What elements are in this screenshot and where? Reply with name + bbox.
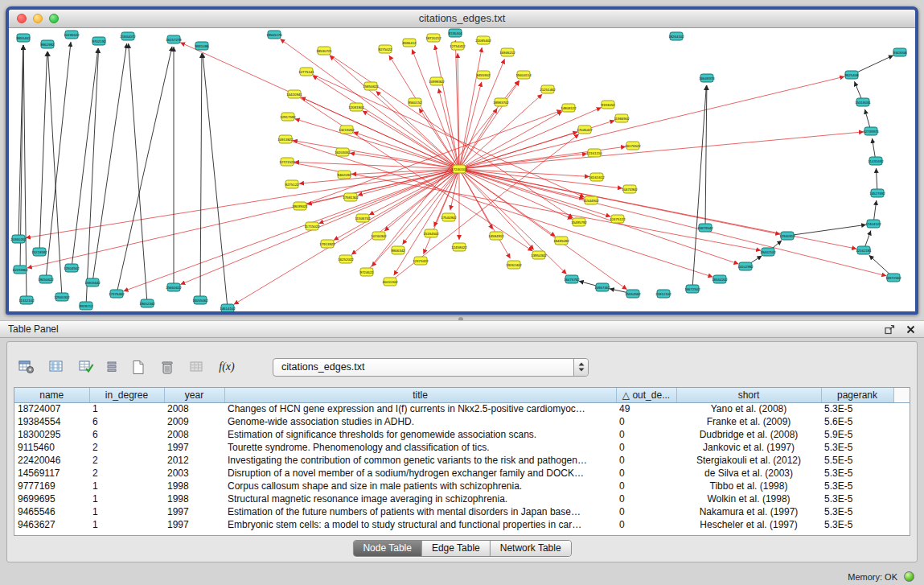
graph-node-label: 20360262	[10, 237, 27, 241]
graph-edge	[459, 154, 587, 169]
tab-edge-table[interactable]: Edge Table	[422, 541, 491, 556]
column-header-in-degree[interactable]: in_degree	[89, 388, 164, 402]
table-row[interactable]: 969969511998Structural magnetic resonanc…	[14, 492, 910, 505]
import-table-icon[interactable]	[186, 356, 208, 378]
graph-node-label: 9855462	[16, 36, 31, 40]
table-options-icon[interactable]	[15, 356, 38, 378]
combo-stepper-icon[interactable]	[573, 359, 588, 376]
graph-node-label: 11506742	[355, 216, 371, 220]
graph-node-label: 14420941	[286, 93, 302, 97]
graph-edge	[117, 47, 172, 294]
graph-node-label: 19050622	[38, 278, 54, 282]
graph-node-label: 19404114	[515, 73, 532, 77]
function-builder-icon[interactable]: f(x)	[216, 356, 238, 378]
graph-node-label: 9275022	[378, 47, 392, 51]
table-cell: Jankovic et al. (1997)	[676, 441, 821, 454]
graph-edge	[459, 82, 482, 169]
column-header-year[interactable]: year	[164, 388, 224, 402]
table-cell: Tibbo et al. (1998)	[676, 480, 821, 492]
column-header-short[interactable]: short	[676, 388, 821, 402]
column-header-out-degree[interactable]: △ out_de...	[616, 388, 676, 402]
column-header-title[interactable]: title	[224, 388, 616, 402]
tab-network-table[interactable]: Network Table	[491, 541, 571, 556]
graph-node-label: 18264102	[668, 35, 684, 39]
graph-node-label: 10474902	[622, 187, 638, 192]
table-row[interactable]: 911546021997Tourette syndrome. Phenomeno…	[14, 441, 910, 454]
new-table-icon[interactable]	[126, 356, 149, 378]
graph-node-label: 9560152	[408, 101, 422, 105]
table-row[interactable]: 1456911722003Disruption of a novel membe…	[14, 467, 910, 480]
graph-node-label: 11431692	[868, 159, 884, 163]
table-panel-header: Table Panel	[0, 320, 924, 338]
table-row[interactable]: 946362711997Embryonic stem cells: a mode…	[14, 518, 910, 531]
table-cell: 1998	[164, 492, 224, 505]
edit-table-icon[interactable]	[75, 356, 97, 378]
graph-edge	[72, 48, 98, 268]
table-row[interactable]: 1938455462009Genome-wide association stu…	[14, 415, 910, 428]
table-cell-filler	[893, 492, 910, 505]
table-cell: 0	[616, 441, 676, 454]
table-cell-filler	[893, 467, 910, 480]
delete-table-icon[interactable]	[156, 356, 179, 378]
graph-edge	[459, 76, 844, 169]
column-header-pagerank[interactable]: pagerank	[821, 388, 893, 402]
table-cell: 22420046	[14, 454, 89, 467]
graph-svg: 9855462986298210196522970219221844072161…	[9, 28, 915, 311]
table-row[interactable]: 977716911998Corpus callosum shape and si…	[14, 480, 910, 492]
graph-node-label: 16648374	[699, 76, 715, 80]
table-row[interactable]: 946554611997Estimation of the future num…	[14, 505, 910, 518]
table-cell-filler	[893, 454, 910, 467]
table-selector-combo[interactable]: citations_edges.txt	[273, 358, 589, 377]
graph-edge	[86, 48, 99, 306]
graph-node-label: 18485092	[553, 239, 569, 243]
graph-node-label: 16476762	[564, 278, 580, 282]
show-columns-icon[interactable]	[45, 356, 68, 378]
table-cell-filler	[893, 518, 910, 531]
table-panel-body: f(x) citations_edges.txt name in_degree …	[6, 341, 918, 562]
network-canvas[interactable]: 9855462986298210196522970219221844072161…	[9, 28, 915, 311]
table-cell: 2	[89, 467, 164, 480]
graph-node-label: 21812102	[655, 292, 671, 296]
table-row[interactable]: 2242004622012Investigating the contribut…	[14, 454, 910, 467]
graph-node-label: 8596412	[402, 41, 417, 45]
graph-node-label: 9724622	[359, 270, 374, 274]
graph-node-label: 10967462	[594, 286, 610, 290]
function-builder-label: f(x)	[219, 360, 234, 373]
table-row[interactable]: 1830029562008Estimation of significance …	[14, 428, 910, 441]
column-header-name[interactable]: name	[14, 388, 89, 402]
graph-node-label: 11984902	[614, 117, 630, 121]
graph-edge	[295, 119, 459, 169]
network-window-titlebar[interactable]: citations_edges.txt	[9, 10, 915, 28]
graph-node-label: 17046427	[577, 128, 593, 132]
memory-status-label: Memory: OK	[848, 572, 897, 582]
graph-node-label: 12721522	[279, 160, 295, 164]
table-cell: 0	[616, 454, 676, 467]
table-cell: Estimation of significance thresholds fo…	[224, 428, 616, 441]
graph-node-label: 19565176	[266, 33, 282, 37]
table-body: 1872400712008Changes of HCN gene express…	[14, 402, 910, 531]
table-cell: 1997	[164, 505, 224, 518]
graph-node-label: 13219262	[339, 128, 355, 132]
table-row[interactable]: 1872400712008Changes of HCN gene express…	[14, 402, 910, 415]
graph-node-label: 12458022	[451, 245, 467, 249]
close-panel-icon[interactable]	[905, 323, 916, 335]
tab-node-table[interactable]: Node Table	[353, 541, 422, 556]
graph-node-label: 12475122	[610, 217, 626, 221]
table-cell: 0	[616, 467, 676, 480]
table-cell: 1997	[164, 518, 224, 531]
graph-node-label: 12940302	[54, 295, 70, 299]
table-cell-filler	[893, 402, 910, 415]
graph-node-label: 22085402	[475, 39, 491, 43]
table-cell: 9777169	[14, 480, 89, 492]
graph-node-label: 9928212	[79, 304, 93, 308]
graph-node-label: 11715022	[304, 225, 320, 229]
table-cell: 1	[89, 492, 164, 505]
float-panel-icon[interactable]	[884, 323, 895, 335]
memory-status-icon[interactable]	[904, 571, 914, 582]
graph-node-label: 15218592	[31, 250, 47, 254]
row-list-icon[interactable]	[105, 356, 119, 378]
graph-node-label: 10913822	[277, 138, 294, 142]
graph-edge	[459, 169, 567, 274]
table-cell: Changes of HCN gene expression and I(f) …	[224, 402, 616, 415]
graph-node-label: 14527692	[869, 192, 885, 196]
